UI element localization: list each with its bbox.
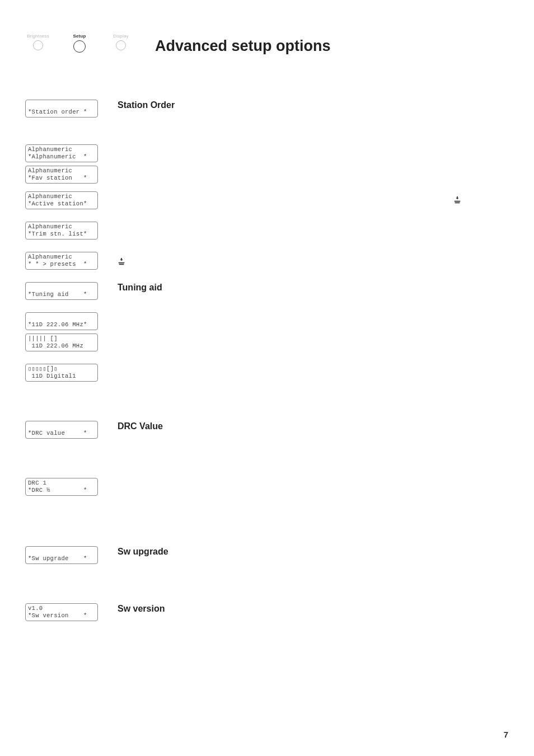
lcd-line: *Tuning aid * (28, 291, 95, 298)
lcd-line: DRC 1 (28, 480, 95, 487)
lcd-line: 11D Digital1 (28, 373, 95, 380)
lcd-line: *Trim stn. list* (28, 231, 95, 238)
lcd-line: *Sw version * (28, 612, 95, 619)
lcd-line (28, 548, 95, 555)
step-label: Setup (73, 34, 86, 39)
lcd-line (28, 422, 95, 430)
lcd-line: Alphanumeric (28, 253, 95, 261)
step-circle-icon (73, 40, 86, 53)
lcd-line: Alphanumeric (28, 193, 95, 200)
lcd-line: *11D 222.06 MHz* (28, 321, 95, 328)
step-label: Brightness (27, 34, 49, 39)
step-brightness: Brightness (25, 34, 51, 50)
lcd-line: ▯▯▯▯▯[]▯ (28, 365, 95, 373)
lcd-line: v1.0 (28, 605, 95, 612)
lcd-line: Alphanumeric (28, 167, 95, 175)
lcd-line (28, 314, 95, 321)
section-title-station-order: Station Order (118, 100, 175, 110)
lcd-line: *Fav station * (28, 175, 95, 182)
lcd-line (28, 284, 95, 291)
step-circle-icon (116, 40, 126, 50)
page-title: Advanced setup options (155, 38, 331, 55)
lcd-line: 11D 222.06 MHz (28, 342, 95, 350)
lcd-line (28, 101, 95, 109)
section-title-tuning-aid: Tuning aid (118, 282, 162, 293)
lcd-line: Alphanumeric (28, 223, 95, 231)
lcd-line: *DRC value * (28, 430, 95, 437)
lcd-line: * * > presets * (28, 261, 95, 268)
lcd-station-alpha2: Alphanumeric *Fav station * (25, 166, 98, 184)
lcd-station-alpha1: Alphanumeric *Alphanumeric * (25, 144, 98, 162)
lcd-tuning-aid: *Tuning aid * (25, 282, 98, 300)
page-number: 7 (504, 730, 508, 739)
step-setup: Setup (67, 34, 92, 53)
usb-icon (453, 196, 461, 205)
lcd-line: *Sw upgrade * (28, 555, 95, 562)
lcd-station-alpha3: Alphanumeric *Active station* (25, 191, 98, 209)
lcd-line: *DRC ½ * (28, 487, 95, 494)
step-circle-icon (33, 40, 43, 50)
lcd-line: *Station order * (28, 109, 95, 116)
usb-icon (118, 258, 125, 267)
section-title-drc-value: DRC Value (118, 421, 163, 431)
lcd-station-alpha5: Alphanumeric * * > presets * (25, 252, 98, 270)
lcd-line: *Active station* (28, 200, 95, 208)
lcd-station-alpha4: Alphanumeric *Trim stn. list* (25, 222, 98, 240)
lcd-line: *Alphanumeric * (28, 153, 95, 161)
section-title-sw-upgrade: Sw upgrade (118, 546, 168, 557)
step-label: Display (113, 34, 129, 39)
step-row: Brightness Setup Display Advanced setup … (25, 34, 509, 55)
section-title-sw-version: Sw version (118, 603, 165, 614)
lcd-line: Alphanumeric (28, 146, 95, 153)
lcd-sw-version: v1.0 *Sw version * (25, 603, 98, 621)
step-display: Display (108, 34, 134, 50)
lcd-drc-value: *DRC value * (25, 421, 98, 439)
lcd-tune-digital: ▯▯▯▯▯[]▯ 11D Digital1 (25, 364, 98, 382)
lcd-station-order: *Station order * (25, 100, 98, 118)
lcd-tune-freq1: *11D 222.06 MHz* (25, 312, 98, 330)
lcd-tune-freq2: ||||| [] 11D 222.06 MHz (25, 334, 98, 351)
lcd-sw-upgrade: *Sw upgrade * (25, 546, 98, 564)
lcd-drc-1: DRC 1 *DRC ½ * (25, 478, 98, 496)
lcd-line: ||||| [] (28, 335, 95, 342)
